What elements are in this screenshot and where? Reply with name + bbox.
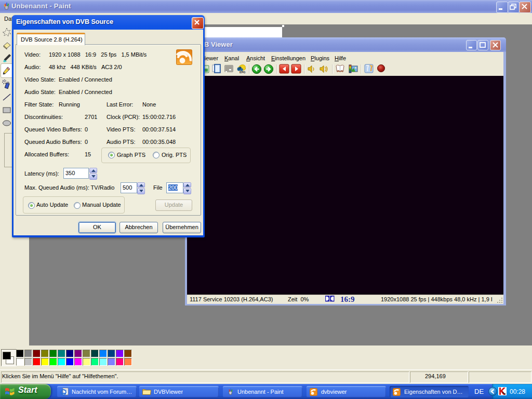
svg-text:EPG: EPG — [240, 71, 246, 74]
